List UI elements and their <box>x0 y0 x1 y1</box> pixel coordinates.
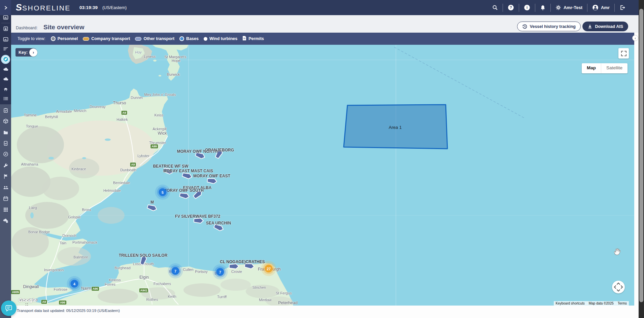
sidebar-item-clipboard-check[interactable] <box>0 106 11 115</box>
toggle-item-other-transport[interactable]: Other transport <box>135 36 174 41</box>
history-clock-icon <box>522 24 528 29</box>
sidebar-item-chart-bar[interactable] <box>0 13 11 22</box>
compass-icon-2 <box>3 151 8 157</box>
toggle-item-wind-turbines[interactable]: Wind turbines <box>204 36 237 41</box>
help-icon: ? <box>508 4 514 11</box>
calendar-icon <box>3 196 8 201</box>
sidebar-item-package-box[interactable] <box>0 117 11 126</box>
chevron-right-icon[interactable]: › <box>29 48 37 57</box>
map-canvas[interactable]: Area 1 HoyLynessSt Margaret'sHopeBurwick… <box>11 45 634 306</box>
cluster-marker[interactable]: 7 <box>216 268 224 276</box>
key-toggle-button[interactable]: Key: › <box>15 48 37 57</box>
vessel-marker[interactable] <box>229 263 239 269</box>
road-badge: A99 <box>150 144 158 148</box>
page-scrollbar[interactable] <box>639 0 644 318</box>
sidebar-item-calendar[interactable] <box>0 194 11 203</box>
search-icon <box>492 5 498 10</box>
map-type-map[interactable]: Map <box>582 63 601 73</box>
app-logo[interactable]: S SHORELINE <box>16 2 71 13</box>
map-town-label: Kinbrace <box>71 167 86 171</box>
sidebar-item-id-badge[interactable] <box>0 24 11 33</box>
search-button[interactable] <box>487 0 503 15</box>
info-button[interactable]: i <box>519 0 535 15</box>
map-town-label: Kinloss <box>109 278 121 282</box>
sidebar-item-grid[interactable] <box>0 205 11 214</box>
sidebar-item-people[interactable] <box>0 183 11 192</box>
map-town-label: Tain <box>60 241 66 245</box>
logout-button[interactable] <box>615 0 630 15</box>
company-transport-icon <box>83 37 89 41</box>
vessel-history-tracking-button[interactable]: Vessel history tracking <box>517 22 581 31</box>
vessel-name-label: SEA URCHIN <box>206 221 231 225</box>
toggle-item-permits[interactable]: Permits <box>242 36 264 42</box>
fullscreen-button[interactable] <box>618 48 629 59</box>
sidebar-item-sort-lines[interactable] <box>0 44 11 53</box>
map-town-label: Keith <box>168 294 176 298</box>
map-town-label: Invergordon <box>44 268 64 272</box>
map-town-label: Balintore <box>73 255 88 259</box>
map-town-label: Strichen <box>252 285 266 289</box>
map-attribution-link[interactable]: Map data ©2025 <box>587 301 616 306</box>
sidebar-item-cloud-2[interactable] <box>0 75 11 83</box>
cluster-marker[interactable]: 5 <box>159 188 167 196</box>
cluster-marker[interactable]: 4 <box>71 280 78 288</box>
road-badge: A9 <box>122 111 127 115</box>
road-badge: A9 <box>41 300 47 304</box>
notifications-button[interactable] <box>535 0 550 15</box>
chat-launcher-button[interactable] <box>1 301 16 316</box>
toggle-item-bases[interactable]: Bases <box>179 36 199 41</box>
cluster-marker[interactable]: 27 <box>265 265 273 273</box>
sidebar-item-file-check[interactable] <box>0 139 11 148</box>
fullscreen-icon <box>621 50 627 57</box>
pan-arrows-icon <box>613 282 623 292</box>
map-town-label: Dounreay <box>90 105 106 109</box>
map-attribution-link[interactable]: Keyboard shortcuts <box>554 301 587 306</box>
svg-text:i: i <box>527 5 528 9</box>
drag-handle-dots[interactable] <box>26 303 29 306</box>
toggle-item-personnel[interactable]: Personnel <box>51 36 78 41</box>
last-updated-text: Transport data last updated: 05/12/2025 … <box>17 309 120 313</box>
map-type-satellite[interactable]: Satellite <box>601 63 628 73</box>
map-town-label: Portsoy <box>195 270 207 274</box>
sidebar-item-cloud[interactable] <box>0 65 11 74</box>
sidebar-item-flag[interactable] <box>0 172 11 181</box>
vessel-name-label: BEATRICE WF SW <box>153 164 188 169</box>
panel-collapse-button[interactable]: ‹ <box>632 35 638 41</box>
toggle-item-company-transport[interactable]: Company transport <box>83 36 130 41</box>
sidebar-item-plant[interactable] <box>0 84 11 93</box>
cloud-icon-2 <box>3 76 8 82</box>
area-label: Area 1 <box>389 125 402 130</box>
permits-doc-icon <box>242 36 246 42</box>
settings-menu[interactable]: Amr-Test <box>551 0 587 15</box>
download-ais-button[interactable]: Download AIS <box>582 22 628 31</box>
sidebar-item-cloud-lock[interactable] <box>0 216 11 225</box>
road-badge: A9 <box>130 163 136 167</box>
sidebar-item-folder[interactable] <box>0 128 11 137</box>
map-town-label: Wick <box>158 131 167 136</box>
scrollbar-thumb[interactable] <box>639 9 643 302</box>
toggle-item-label: Permits <box>248 36 264 41</box>
id-badge-icon <box>3 26 8 31</box>
map-town-label: St Fergus <box>276 291 292 295</box>
logout-icon <box>619 5 625 10</box>
map-town-label: Dunbeath <box>120 168 136 172</box>
sidebar-item-compass-active[interactable] <box>0 55 11 64</box>
sidebar-item-compass-2[interactable] <box>0 150 11 158</box>
map-town-label: Bettyhill <box>45 115 58 119</box>
cluster-marker[interactable]: 7 <box>172 267 179 275</box>
toggle-item-label: Wind turbines <box>209 36 237 41</box>
chevron-right-icon <box>4 6 8 10</box>
road-badge: A941 <box>139 288 148 292</box>
sidebar-item-wrench[interactable] <box>0 161 11 170</box>
map-attribution-link[interactable]: Terms <box>616 301 629 306</box>
sidebar-item-list-menu[interactable] <box>0 94 11 103</box>
tenant-label: Amr-Test <box>564 5 582 10</box>
help-button[interactable]: ? <box>503 0 519 15</box>
flag-icon <box>3 174 8 179</box>
map-town-label: Lyness <box>144 55 156 59</box>
sidebar-item-chart-panel[interactable] <box>0 35 11 44</box>
pan-control-button[interactable] <box>612 281 625 293</box>
account-menu[interactable]: Amr <box>587 0 614 15</box>
toggle-item-label: Personnel <box>58 36 78 41</box>
user-icon <box>592 4 599 11</box>
